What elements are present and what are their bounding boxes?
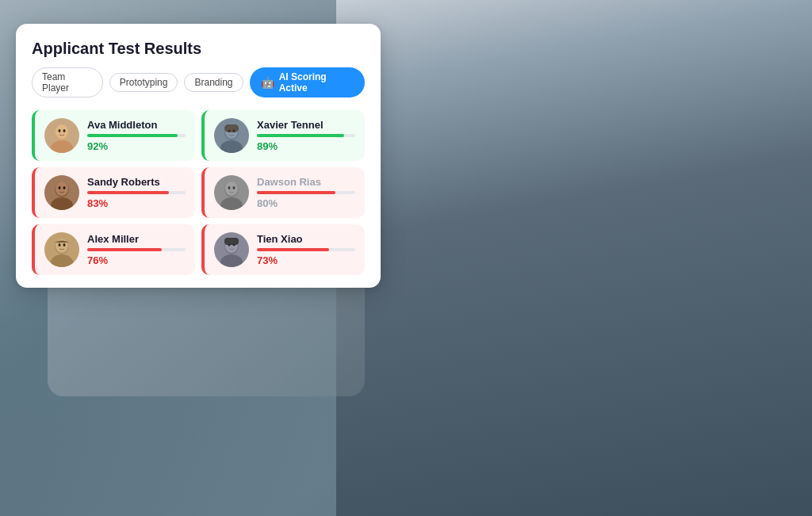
applicant-info-xavier: Xavier Tennel 89% — [257, 119, 355, 152]
score-pct-sandy: 83% — [87, 197, 186, 209]
tag-prototyping[interactable]: Prototyping — [109, 73, 178, 92]
svg-point-24 — [233, 186, 236, 189]
svg-point-30 — [63, 243, 66, 247]
score-pct-alex: 76% — [87, 254, 186, 266]
svg-rect-37 — [224, 238, 239, 245]
avatar-tien — [214, 232, 249, 267]
result-card-xavier[interactable]: Xavier Tennel 89% — [201, 110, 365, 161]
score-bar-wrap-ava — [87, 134, 186, 137]
applicant-info-dawson: Dawson Rias 80% — [257, 176, 355, 209]
tag-branding[interactable]: Branding — [184, 73, 243, 92]
svg-point-18 — [63, 186, 66, 189]
result-card-alex[interactable]: Alex Miller 76% — [32, 224, 195, 275]
ai-scoring-badge[interactable]: 🤖 AI Scoring Active — [250, 67, 366, 97]
applicant-info-alex: Alex Miller 76% — [87, 233, 186, 266]
applicant-name-ava: Ava Middleton — [87, 119, 186, 131]
svg-point-4 — [59, 129, 61, 132]
score-bar-dawson — [257, 191, 335, 194]
svg-point-5 — [63, 129, 66, 132]
score-bar-xavier — [257, 134, 344, 137]
score-bar-wrap-xavier — [257, 134, 355, 137]
card-title: Applicant Test Results — [32, 40, 365, 58]
score-bar-wrap-tien — [257, 248, 355, 251]
applicant-info-tien: Tien Xiao 73% — [257, 233, 355, 266]
bg-right — [336, 0, 812, 516]
tag-team-player[interactable]: Team Player — [32, 67, 103, 97]
score-pct-xavier: 89% — [257, 140, 355, 152]
score-bar-tien — [257, 248, 329, 251]
result-card-sandy[interactable]: Sandy Roberts 83% — [32, 167, 195, 218]
svg-point-17 — [59, 186, 61, 189]
ai-badge-label: AI Scoring Active — [279, 71, 354, 94]
applicant-name-alex: Alex Miller — [87, 233, 186, 245]
applicant-name-tien: Tien Xiao — [257, 233, 355, 245]
applicant-info-ava: Ava Middleton 92% — [87, 119, 186, 152]
score-bar-wrap-sandy — [87, 191, 186, 194]
avatar-dawson — [214, 175, 249, 210]
score-pct-ava: 92% — [87, 140, 186, 152]
svg-point-23 — [228, 186, 231, 189]
score-pct-dawson: 80% — [257, 197, 355, 209]
applicant-name-dawson: Dawson Rias — [257, 176, 355, 188]
score-bar-ava — [87, 134, 178, 137]
result-card-dawson[interactable]: Dawson Rias 80% — [201, 167, 365, 218]
score-bar-alex — [87, 248, 162, 251]
robot-icon: 🤖 — [261, 75, 274, 90]
avatar-alex — [44, 232, 79, 267]
applicant-name-xavier: Xavier Tennel — [257, 119, 355, 131]
avatar-ava — [44, 118, 79, 153]
svg-point-16 — [56, 182, 68, 196]
result-card-tien[interactable]: Tien Xiao 73% — [201, 224, 365, 275]
score-pct-tien: 73% — [257, 254, 355, 266]
avatar-sandy — [44, 175, 79, 210]
svg-point-22 — [225, 182, 238, 196]
score-bar-wrap-alex — [87, 248, 186, 251]
svg-point-29 — [59, 243, 61, 247]
results-card: Applicant Test Results Team Player Proto… — [16, 24, 381, 288]
results-grid: Ava Middleton 92% Xavier Tennel 89% — [32, 110, 365, 275]
svg-point-3 — [56, 124, 68, 139]
score-bar-wrap-dawson — [257, 191, 355, 194]
applicant-info-sandy: Sandy Roberts 83% — [87, 176, 186, 209]
applicant-name-sandy: Sandy Roberts — [87, 176, 186, 188]
score-bar-sandy — [87, 191, 169, 194]
avatar-xavier — [214, 118, 249, 153]
result-card-ava[interactable]: Ava Middleton 92% — [32, 110, 195, 161]
svg-rect-12 — [224, 124, 239, 132]
tags-row: Team Player Prototyping Branding 🤖 AI Sc… — [32, 67, 365, 97]
